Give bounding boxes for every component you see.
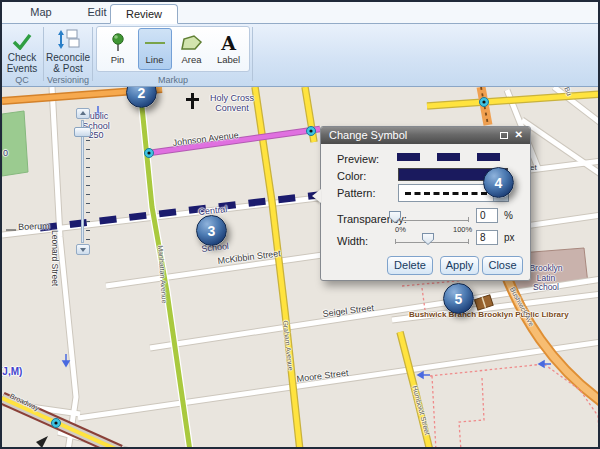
polygon-icon — [176, 32, 208, 54]
chevron-down-icon — [80, 248, 86, 252]
pattern-sample — [399, 185, 493, 201]
width-input[interactable]: 8 — [476, 230, 498, 245]
group-label-qc: QC — [2, 75, 42, 85]
maximize-icon[interactable] — [500, 132, 508, 139]
change-symbol-dialog: Change Symbol ✕ Preview: Color: Pattern:… — [320, 126, 531, 281]
park-area — [2, 111, 28, 176]
callout-badge-5: 5 — [443, 283, 474, 314]
app-window: Public School 250 Holy Cross Convent Joh… — [0, 0, 600, 449]
markup-panel: Pin Line Area A Label — [96, 26, 250, 72]
road-johnson-avenue — [149, 129, 320, 153]
pattern-label: Pattern: — [337, 187, 376, 199]
callout-badge-3: 3 — [196, 215, 227, 246]
group-separator — [43, 27, 44, 81]
check-icon — [2, 26, 42, 50]
preview-label: Preview: — [337, 153, 379, 165]
line-icon — [139, 32, 171, 54]
pin-button[interactable]: Pin — [101, 28, 135, 70]
reconcile-icon — [45, 26, 91, 50]
dialog-title: Change Symbol — [321, 127, 530, 144]
reconcile-post-button[interactable]: Reconcile & Post — [45, 26, 91, 74]
line-button[interactable]: Line — [138, 28, 172, 70]
road-broadway — [2, 398, 120, 449]
width-slider-handle[interactable] — [422, 233, 434, 245]
zoom-handle[interactable] — [74, 127, 91, 137]
transparency-max: 100% — [453, 225, 472, 234]
group-separator — [92, 27, 93, 81]
dialog-callout-pointer — [312, 189, 321, 203]
map-zoom-slider[interactable] — [74, 108, 92, 255]
close-button[interactable]: Close — [482, 256, 523, 275]
chevron-up-icon — [80, 111, 86, 115]
apply-button[interactable]: Apply — [440, 256, 479, 275]
group-label-versioning: Versioning — [45, 75, 91, 85]
group-separator — [252, 27, 253, 81]
transparency-slider[interactable] — [395, 215, 469, 223]
transparency-unit: % — [504, 210, 513, 221]
road-moore-street — [78, 342, 598, 418]
transit-arrow-icon — [36, 436, 48, 448]
transparency-slider-handle[interactable] — [389, 211, 401, 223]
zoom-track[interactable] — [81, 120, 84, 243]
area-button[interactable]: Area — [175, 28, 209, 70]
width-label: Width: — [337, 235, 368, 247]
cross-icon — [186, 93, 199, 109]
color-label: Color: — [337, 170, 366, 182]
road-humboldt-street — [400, 332, 430, 449]
callout-badge-4: 4 — [483, 167, 514, 198]
zoom-out-button[interactable] — [76, 244, 90, 255]
label-button[interactable]: A Label — [212, 28, 246, 70]
tab-map[interactable]: Map — [20, 6, 62, 18]
ribbon: Check Events QC Reconcile & Post Version… — [2, 24, 598, 87]
pushpin-icon — [102, 32, 134, 54]
close-icon[interactable]: ✕ — [515, 129, 523, 140]
transparency-input[interactable]: 0 — [476, 208, 498, 223]
group-label-markup: Markup — [96, 75, 250, 85]
zoom-ticks — [86, 140, 90, 240]
zoom-in-button[interactable] — [76, 108, 90, 119]
ribbon-tab-bar: Map Edit Review — [2, 2, 598, 24]
letter-a-icon: A — [221, 34, 236, 53]
symbol-preview — [397, 153, 500, 161]
transparency-min: 0% — [395, 225, 406, 234]
width-unit: px — [504, 232, 515, 243]
delete-button[interactable]: Delete — [387, 256, 433, 275]
check-events-button[interactable]: Check Events — [2, 26, 42, 74]
road-manhattan-avenue — [140, 87, 190, 449]
road-seigel-street — [150, 279, 598, 348]
tab-review[interactable]: Review — [110, 4, 178, 24]
